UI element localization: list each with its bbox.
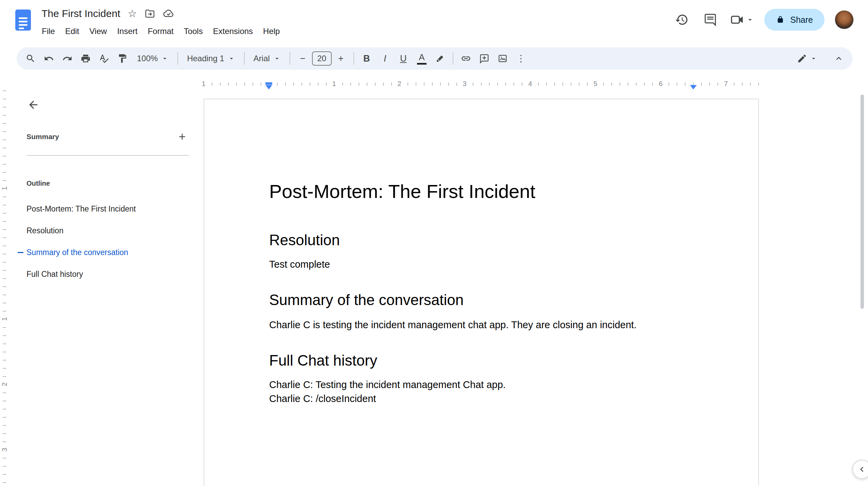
doc-heading2-chat-history[interactable]: Full Chat history (269, 351, 694, 370)
ruler-number: 1 (0, 315, 8, 323)
show-side-panel-button[interactable] (852, 460, 868, 479)
star-icon[interactable]: ☆ (128, 8, 137, 19)
ruler-number: 3 (460, 78, 469, 89)
ruler-number: 3 (0, 445, 8, 454)
join-call-control[interactable] (730, 12, 754, 27)
lock-icon (776, 15, 785, 24)
undo-icon[interactable] (40, 49, 58, 68)
menu-extensions[interactable]: Extensions (208, 24, 258, 39)
search-menus-icon[interactable] (21, 49, 40, 68)
account-avatar[interactable] (835, 10, 854, 29)
outline-item-summary-of-conversation[interactable]: Summary of the conversation (0, 241, 194, 263)
version-history-icon[interactable] (673, 11, 691, 29)
menu-insert[interactable]: Insert (112, 24, 143, 39)
right-indent-marker[interactable] (690, 85, 697, 89)
ruler-number: 1 (199, 78, 208, 89)
ruler-number: 4 (526, 78, 534, 89)
outline-list: Post-Mortem: The First Incident Resoluti… (0, 198, 194, 285)
ruler-ticks (3, 90, 6, 486)
toolbar-divider (353, 52, 354, 65)
outline-title: Outline (27, 180, 50, 187)
caret-down-icon (810, 55, 817, 62)
comment-history-icon[interactable] (701, 11, 719, 29)
caret-down-icon (273, 55, 281, 62)
caret-down-icon (161, 55, 169, 62)
bold-button[interactable]: B (358, 49, 376, 68)
first-line-indent-marker[interactable] (265, 82, 272, 85)
more-options-icon[interactable]: ⋮ (512, 49, 530, 68)
menu-tools[interactable]: Tools (179, 24, 208, 39)
doc-heading1-title[interactable]: Post-Mortem: The First Incident (269, 180, 694, 203)
document-page[interactable]: Post-Mortem: The First Incident Resoluti… (204, 99, 759, 486)
header-actions: Share (673, 9, 854, 31)
left-indent-marker[interactable] (265, 82, 272, 89)
zoom-value: 100% (137, 54, 158, 63)
chevron-left-icon (857, 464, 867, 474)
insert-image-icon[interactable] (493, 49, 512, 68)
doc-paragraph-chat-line1[interactable]: Charlie C: Testing the incident manageme… (269, 378, 694, 392)
menu-help[interactable]: Help (258, 24, 285, 39)
menu-bar: File Edit View Insert Format Tools Exten… (37, 24, 285, 39)
ruler-number: 1 (330, 78, 338, 89)
paint-format-icon[interactable] (113, 49, 132, 68)
videocam-icon (730, 12, 745, 27)
menu-format[interactable]: Format (143, 24, 179, 39)
vertical-scrollbar-thumb[interactable] (861, 95, 864, 309)
plus-icon (177, 132, 187, 142)
toolbar-divider (244, 52, 245, 65)
toolbar-divider (290, 52, 290, 65)
spellcheck-icon[interactable] (95, 49, 113, 68)
font-size-increase-button[interactable]: + (332, 49, 350, 68)
menu-edit[interactable]: Edit (60, 24, 84, 39)
editing-mode-select[interactable] (794, 53, 821, 64)
toolbar: 100% Heading 1 Arial − 20 + B I U A (17, 47, 853, 70)
add-summary-button[interactable] (175, 130, 189, 144)
document-title[interactable]: The First Incident (41, 8, 120, 19)
print-icon[interactable] (76, 49, 95, 68)
pen-icon (797, 53, 807, 64)
outline-item-post-mortem[interactable]: Post-Mortem: The First Incident (0, 198, 194, 220)
paragraph-style-select[interactable]: Heading 1 (181, 49, 240, 68)
add-comment-icon[interactable] (475, 49, 493, 68)
outline-item-resolution[interactable]: Resolution (0, 220, 194, 241)
font-family-select[interactable]: Arial (248, 49, 286, 68)
font-size-decrease-button[interactable]: − (294, 49, 312, 68)
close-outline-panel-button[interactable] (25, 97, 41, 113)
horizontal-ruler[interactable]: 1 1 2 3 4 5 6 7 (0, 78, 868, 90)
ruler-number: 1 (0, 184, 8, 193)
insert-link-icon[interactable] (457, 49, 475, 68)
outline-item-full-chat-history[interactable]: Full Chat history (0, 263, 194, 285)
ruler-number: 6 (656, 78, 665, 89)
title-area: The First Incident ☆ File Edit View Inse… (41, 5, 285, 39)
zoom-select[interactable]: 100% (132, 49, 174, 68)
doc-heading2-resolution[interactable]: Resolution (269, 231, 694, 249)
ruler-ticks (204, 83, 760, 86)
doc-heading2-summary[interactable]: Summary of the conversation (269, 290, 694, 309)
cloud-saved-icon[interactable] (163, 8, 174, 19)
caret-down-icon (228, 55, 235, 62)
summary-title: Summary (27, 133, 59, 141)
app-header: The First Incident ☆ File Edit View Inse… (0, 0, 868, 45)
redo-icon[interactable] (58, 49, 76, 68)
doc-paragraph-summary[interactable]: Charlie C is testing the incident manage… (269, 318, 694, 332)
menu-file[interactable]: File (37, 24, 60, 39)
doc-paragraph-chat-line2[interactable]: Charlie C: /closeIncident (269, 392, 694, 406)
move-folder-icon[interactable] (144, 8, 155, 19)
menu-view[interactable]: View (84, 24, 112, 39)
font-size-input[interactable]: 20 (312, 51, 332, 66)
underline-button[interactable]: U (394, 49, 413, 68)
ruler-number: 5 (591, 78, 600, 89)
share-button[interactable]: Share (764, 9, 824, 31)
text-color-button[interactable]: A (413, 49, 431, 68)
ruler-number: 2 (395, 78, 403, 89)
summary-header: Summary (27, 129, 189, 144)
hide-menus-icon[interactable] (830, 49, 848, 68)
doc-paragraph-resolution[interactable]: Test complete (269, 257, 694, 271)
highlight-color-icon[interactable] (431, 49, 449, 68)
italic-button[interactable]: I (376, 49, 394, 68)
google-docs-logo-icon[interactable] (15, 9, 31, 31)
toolbar-divider (453, 52, 453, 65)
chevron-down-icon (746, 16, 754, 24)
share-button-label: Share (790, 15, 813, 25)
vertical-ruler[interactable]: 1 1 2 3 4 (0, 90, 9, 486)
